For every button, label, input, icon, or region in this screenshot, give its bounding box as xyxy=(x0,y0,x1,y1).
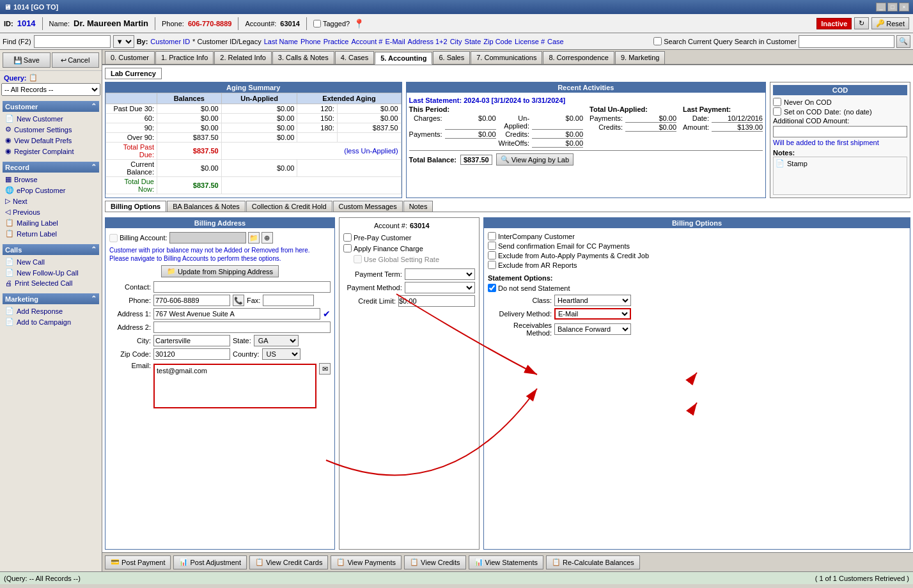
marketing-section-header[interactable]: Marketing ⌃ xyxy=(3,293,99,304)
search-account[interactable]: Account # xyxy=(351,38,382,45)
calls-section-header[interactable]: Calls ⌃ xyxy=(3,244,99,255)
payment-method-dropdown[interactable] xyxy=(405,282,475,293)
sidebar-item-view-default-prefs[interactable]: ◉ View Default Prefs xyxy=(3,135,99,146)
find-input[interactable] xyxy=(34,35,111,48)
view-credit-cards-button[interactable]: 📋 View Credit Cards xyxy=(249,555,328,569)
sidebar-item-new-call[interactable]: 📄 New Call xyxy=(3,256,99,267)
minimize-button[interactable]: _ xyxy=(876,3,886,12)
tab-correspondence[interactable]: 8. Correspondence xyxy=(543,51,614,64)
tagged-checkbox[interactable] xyxy=(313,20,321,27)
search-email[interactable]: E-Mail xyxy=(385,38,405,45)
sidebar-item-next[interactable]: ▷ Next xyxy=(3,196,99,206)
zip-input[interactable] xyxy=(153,348,230,360)
recalculate-balances-button[interactable]: 📋 Re-Calculate Balances xyxy=(546,555,640,569)
search-state[interactable]: State xyxy=(465,38,481,45)
update-from-shipping-button[interactable]: 📁 Update from Shipping Address xyxy=(161,265,279,277)
phone-icon-btn[interactable]: 📞 xyxy=(233,295,244,306)
sidebar-item-print-call[interactable]: 🖨 Print Selected Call xyxy=(3,278,99,288)
sidebar-item-customer-settings[interactable]: ⚙ Customer Settings xyxy=(3,124,99,135)
search-current-checkbox[interactable] xyxy=(653,37,662,45)
never-on-cod-checkbox[interactable] xyxy=(773,98,781,106)
address1-input[interactable] xyxy=(153,308,320,320)
billing-tab-options[interactable]: Billing Options xyxy=(105,201,166,212)
payment-term-dropdown[interactable] xyxy=(405,268,475,280)
delivery-method-dropdown[interactable]: E-Mail xyxy=(554,308,631,320)
view-aging-button[interactable]: 🔍 View Aging by Lab xyxy=(496,153,574,166)
sidebar-item-return-label[interactable]: 📋 Return Label xyxy=(3,228,99,239)
exclude-auto-checkbox[interactable] xyxy=(488,251,496,259)
search-lastname[interactable]: Last Name xyxy=(264,38,298,45)
find-dropdown[interactable]: ▼ xyxy=(113,35,134,48)
address2-input[interactable] xyxy=(153,321,331,333)
state-dropdown[interactable]: GA xyxy=(254,335,299,346)
sidebar-item-previous[interactable]: ◁ Previous xyxy=(3,206,99,217)
fax-input[interactable] xyxy=(263,295,314,306)
sidebar-item-browse[interactable]: ▦ Browse xyxy=(3,174,99,185)
email-icon-btn[interactable]: ✉ xyxy=(319,363,331,375)
sidebar-item-add-campaign[interactable]: 📄 Add to Campaign xyxy=(3,316,99,327)
query-dropdown[interactable]: -- All Records -- xyxy=(1,83,100,96)
close-button[interactable]: × xyxy=(899,3,909,12)
tab-calls-notes[interactable]: 3. Calls & Notes xyxy=(272,51,334,64)
billing-account-folder-btn[interactable]: 📁 xyxy=(248,232,260,244)
city-input[interactable] xyxy=(153,335,230,346)
do-not-send-checkbox[interactable] xyxy=(488,284,496,292)
cancel-button[interactable]: ↩ Cancel xyxy=(52,52,100,68)
search-button[interactable]: 🔍 xyxy=(896,35,910,48)
refresh-button[interactable]: ↻ xyxy=(854,17,869,29)
search-customerid[interactable]: Customer ID xyxy=(150,38,190,45)
customer-section-header[interactable]: Customer ⌃ xyxy=(3,101,99,112)
save-button[interactable]: 💾 Save xyxy=(3,52,51,68)
sidebar-item-epop[interactable]: 🌐 ePop Customer xyxy=(3,185,99,196)
lab-currency-tab[interactable]: Lab Currency xyxy=(105,68,162,79)
contact-input[interactable] xyxy=(153,281,331,293)
additional-cod-input[interactable] xyxy=(773,126,907,137)
tab-related-info[interactable]: 2. Related Info xyxy=(214,51,272,64)
apply-finance-checkbox[interactable] xyxy=(343,244,352,252)
billing-account-add-btn[interactable]: ⊕ xyxy=(261,232,273,244)
reset-button[interactable]: 🔑 Reset xyxy=(871,17,909,29)
tab-sales[interactable]: 6. Sales xyxy=(433,51,470,64)
tab-practice-info[interactable]: 1. Practice Info xyxy=(155,51,214,64)
sidebar-item-new-customer[interactable]: 📄 New Customer xyxy=(3,113,99,124)
view-statements-button[interactable]: 📊 View Statements xyxy=(469,555,543,569)
send-confirm-checkbox[interactable] xyxy=(488,242,496,250)
post-payment-button[interactable]: 💳 Post Payment xyxy=(105,555,171,569)
intercompany-checkbox[interactable] xyxy=(488,232,496,240)
map-icon[interactable]: 📍 xyxy=(354,19,364,29)
class-dropdown[interactable]: Heartland xyxy=(554,295,631,306)
search-address[interactable]: Address 1+2 xyxy=(408,38,448,45)
sidebar-item-new-followup[interactable]: 📄 New Follow-Up Call xyxy=(3,267,99,278)
set-on-cod-checkbox[interactable] xyxy=(773,107,781,116)
tab-accounting[interactable]: 5. Accounting xyxy=(375,52,432,65)
search-practice[interactable]: Practice xyxy=(324,38,349,45)
billing-phone-input[interactable] xyxy=(153,295,230,306)
search-case[interactable]: Case xyxy=(547,38,564,45)
record-section-header[interactable]: Record ⌃ xyxy=(3,162,99,173)
email-input[interactable] xyxy=(157,367,313,375)
sidebar-item-add-response[interactable]: 📄 Add Response xyxy=(3,306,99,316)
prepay-checkbox[interactable] xyxy=(343,233,352,242)
search-zip[interactable]: Zip Code xyxy=(483,38,512,45)
search-main-input[interactable] xyxy=(799,35,894,48)
post-adjustment-button[interactable]: 📊 Post Adjustment xyxy=(173,555,247,569)
billing-tab-collection[interactable]: Collection & Credit Hold xyxy=(246,201,332,212)
exclude-ar-checkbox[interactable] xyxy=(488,261,496,269)
search-city[interactable]: City xyxy=(450,38,462,45)
view-credits-button[interactable]: 📋 View Credits xyxy=(404,555,466,569)
sidebar-item-register-complaint[interactable]: ◉ Register Complaint xyxy=(3,146,99,157)
billing-tab-custom-messages[interactable]: Custom Messages xyxy=(333,201,403,212)
billing-tab-ba-balances[interactable]: BA Balances & Notes xyxy=(167,201,246,212)
view-payments-button[interactable]: 📋 View Payments xyxy=(331,555,402,569)
search-license[interactable]: License # xyxy=(515,38,545,45)
billing-tab-notes[interactable]: Notes xyxy=(403,201,433,212)
sidebar-item-mailing-label[interactable]: 📋 Mailing Label xyxy=(3,217,99,228)
tab-customer[interactable]: 0. Customer xyxy=(105,51,155,64)
credit-limit-input[interactable] xyxy=(398,295,475,307)
country-dropdown[interactable]: US xyxy=(262,348,300,360)
restore-button[interactable]: □ xyxy=(887,3,898,12)
tab-marketing[interactable]: 9. Marketing xyxy=(615,51,666,64)
search-phone[interactable]: Phone xyxy=(300,38,321,45)
receivables-method-dropdown[interactable]: Balance Forward xyxy=(554,323,631,335)
inactive-button[interactable]: Inactive xyxy=(816,18,852,29)
